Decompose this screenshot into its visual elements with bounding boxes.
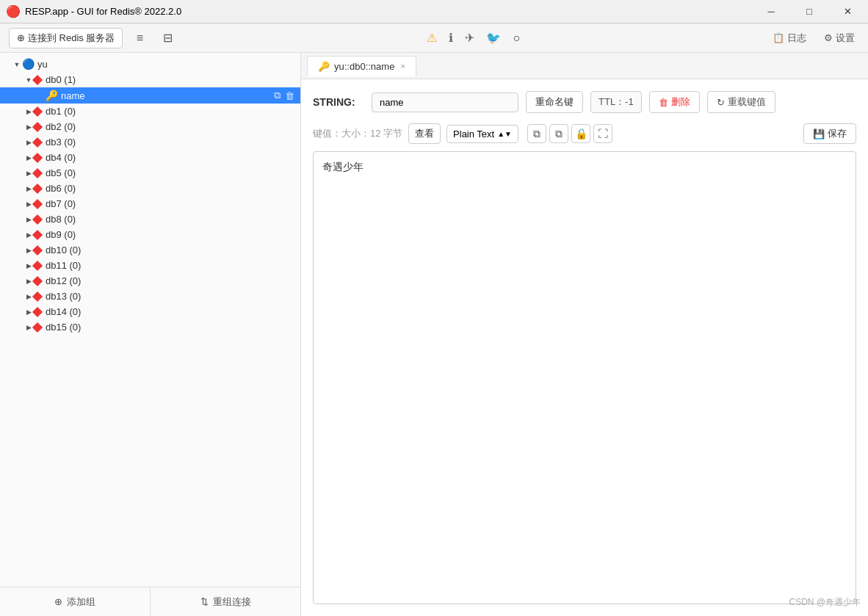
key-type-label: STRING: <box>313 96 364 108</box>
db-label-db0: db0 (1) <box>46 74 76 85</box>
value-toolbar: 键值：大小：12 字节 查看 Plain Text ▲▼ ⧉ ⧉ 🔒 ⛶ 💾 保… <box>313 123 856 144</box>
sidebar-item-db15[interactable]: db15 (0) <box>0 319 300 335</box>
format-select[interactable]: Plain Text ▲▼ <box>446 125 518 143</box>
content-area: 🔑 yu::db0::name × STRING: 重命名键 TTL：-1 🗑 … <box>301 53 868 616</box>
log-button[interactable]: 📋 日志 <box>768 29 811 48</box>
log-icon: 📋 <box>773 32 784 43</box>
sidebar-item-key-name[interactable]: 🔑 name ⧉ 🗑 <box>0 87 300 104</box>
sidebar-item-db11[interactable]: db11 (0) <box>0 258 300 273</box>
sidebar-item-db12[interactable]: db12 (0) <box>0 273 300 289</box>
view-button[interactable]: 查看 <box>408 123 441 144</box>
tab-label: yu::db0::name <box>334 61 394 72</box>
group-icon-yu: 🔵 <box>22 58 35 70</box>
app-title: RESP.app - GUI for Redis® 2022.2.0 <box>25 6 181 17</box>
sidebar-item-db4[interactable]: db4 (0) <box>0 150 300 165</box>
add-group-button[interactable]: ⊕ 添加组 <box>0 587 150 616</box>
toolbar: ⊕ 连接到 Redis 服务器 ≡ ⊟ ⚠ ℹ ✈ 🐦 ○ 📋 日志 ⚙ 设置 <box>0 23 868 53</box>
reload-label: 重载键值 <box>728 95 766 109</box>
key-header: STRING: 重命名键 TTL：-1 🗑 删除 ↻ 重载键值 <box>313 91 856 113</box>
sidebar-item-db2[interactable]: db2 (0) <box>0 119 300 134</box>
value-editor[interactable]: 奇遇少年 <box>313 151 856 604</box>
connect-icon: ⊕ <box>17 32 25 43</box>
settings-button[interactable]: ⚙ 设置 <box>820 29 859 48</box>
rename-label: 重命名键 <box>535 95 574 109</box>
list-view-button[interactable]: ≡ <box>129 28 151 48</box>
db-icon-db7 <box>32 198 43 209</box>
sidebar-item-db8[interactable]: db8 (0) <box>0 211 300 227</box>
value-icon-group: ⧉ ⧉ 🔒 ⛶ <box>527 124 612 143</box>
connect-button[interactable]: ⊕ 连接到 Redis 服务器 <box>9 28 123 48</box>
reconnect-button[interactable]: ⇅ 重组连接 <box>150 587 300 616</box>
db-label-db4: db4 (0) <box>46 152 76 163</box>
app-icon: 🔴 <box>6 4 21 18</box>
db-label-db1: db1 (0) <box>46 106 76 117</box>
save-button[interactable]: 💾 保存 <box>803 123 856 144</box>
sidebar-item-db10[interactable]: db10 (0) <box>0 242 300 258</box>
delete-key-icon[interactable]: 🗑 <box>285 90 294 101</box>
db-label-db3: db3 (0) <box>46 137 76 148</box>
tree-root: 🔵 yu db0 (1) 🔑 name ⧉ 🗑 <box>0 53 300 338</box>
sidebar-item-db5[interactable]: db5 (0) <box>0 165 300 181</box>
sidebar-item-db14[interactable]: db14 (0) <box>0 304 300 319</box>
db-label-db13: db13 (0) <box>46 291 81 302</box>
split-view-button[interactable]: ⊟ <box>156 28 178 48</box>
key-name-input[interactable] <box>372 93 518 112</box>
tab-key-name[interactable]: 🔑 yu::db0::name × <box>307 56 416 76</box>
sidebar-item-db6[interactable]: db6 (0) <box>0 181 300 196</box>
db-icon-db0 <box>32 74 43 84</box>
maximize-button[interactable]: □ <box>795 1 824 22</box>
toolbar-right: 📋 日志 ⚙ 设置 <box>768 29 859 48</box>
group-label-yu: yu <box>37 59 48 70</box>
settings-icon: ⚙ <box>824 32 833 43</box>
sidebar-item-db13[interactable]: db13 (0) <box>0 289 300 304</box>
ttl-display: TTL：-1 <box>590 91 642 113</box>
copy-raw-button[interactable]: ⧉ <box>527 124 546 143</box>
reload-key-button[interactable]: ↻ 重载键值 <box>707 91 775 113</box>
db-label-db12: db12 (0) <box>46 275 81 286</box>
key-icon-name: 🔑 <box>46 90 58 101</box>
github-icon: ○ <box>513 32 520 45</box>
key-label-name: name <box>61 90 274 101</box>
title-bar: 🔴 RESP.app - GUI for Redis® 2022.2.0 ─ □… <box>0 0 868 23</box>
db-label-db5: db5 (0) <box>46 167 76 178</box>
db-label-db15: db15 (0) <box>46 322 81 333</box>
title-bar-left: 🔴 RESP.app - GUI for Redis® 2022.2.0 <box>6 4 181 18</box>
key-editor: STRING: 重命名键 TTL：-1 🗑 删除 ↻ 重载键值 键值：大小：12… <box>301 79 868 616</box>
sidebar-item-group-yu[interactable]: 🔵 yu <box>0 56 300 72</box>
sidebar-item-db0[interactable]: db0 (1) <box>0 72 300 87</box>
expand-button[interactable]: ⛶ <box>593 124 612 143</box>
db-icon-db10 <box>32 244 43 255</box>
db-icon-db5 <box>32 167 43 178</box>
sidebar-footer: ⊕ 添加组 ⇅ 重组连接 <box>0 587 300 616</box>
lock-button[interactable]: 🔒 <box>571 124 590 143</box>
close-button[interactable]: ✕ <box>833 1 862 22</box>
db-label-db2: db2 (0) <box>46 121 76 132</box>
delete-key-button[interactable]: 🗑 删除 <box>649 91 700 113</box>
tab-key-icon: 🔑 <box>318 61 330 72</box>
save-icon: 💾 <box>813 128 825 139</box>
copy-key-icon[interactable]: ⧉ <box>274 90 281 101</box>
db-label-db9: db9 (0) <box>46 229 76 240</box>
db-icon-db1 <box>32 106 43 116</box>
chevron-down-icon: ▲▼ <box>497 130 512 138</box>
sidebar-item-db9[interactable]: db9 (0) <box>0 227 300 242</box>
add-group-label: 添加组 <box>67 595 95 609</box>
db-label-db7: db7 (0) <box>46 198 76 209</box>
tab-close-button[interactable]: × <box>400 62 405 70</box>
tab-bar: 🔑 yu::db0::name × <box>301 53 868 79</box>
sidebar-item-db3[interactable]: db3 (0) <box>0 134 300 150</box>
rename-key-button[interactable]: 重命名键 <box>526 91 583 113</box>
sidebar-item-db1[interactable]: db1 (0) <box>0 104 300 119</box>
db-icon-db3 <box>32 137 43 147</box>
sidebar-item-db7[interactable]: db7 (0) <box>0 196 300 211</box>
db-label-db11: db11 (0) <box>46 260 81 271</box>
db-label-db6: db6 (0) <box>46 183 76 194</box>
db-label-db8: db8 (0) <box>46 214 76 225</box>
delete-icon: 🗑 <box>659 97 668 108</box>
db-icon-db12 <box>32 275 43 286</box>
minimize-button[interactable]: ─ <box>756 1 786 22</box>
copy-decoded-button[interactable]: ⧉ <box>549 124 568 143</box>
toolbar-left: ⊕ 连接到 Redis 服务器 ≡ ⊟ <box>9 28 178 48</box>
db-icon-db11 <box>32 260 43 270</box>
db-icon-db8 <box>32 214 43 224</box>
